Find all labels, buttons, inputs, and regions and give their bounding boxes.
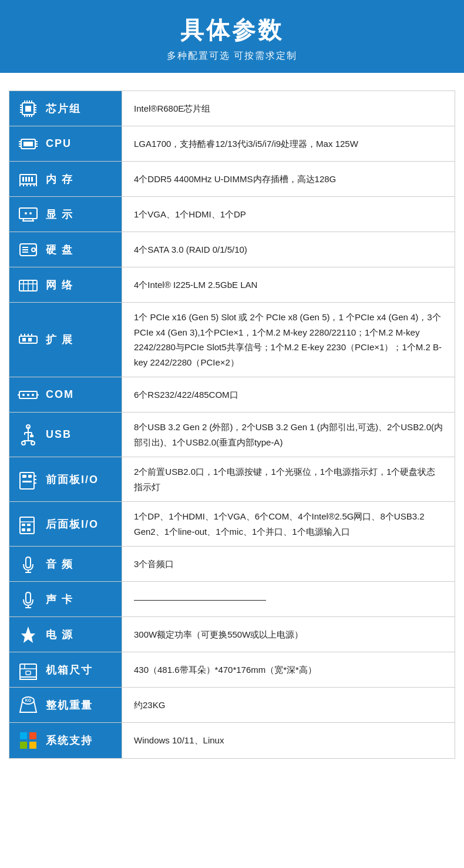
spec-value-audio: 3个音频口 <box>122 547 455 581</box>
spec-row-weight: KG 整机重量 约23KG <box>9 688 455 723</box>
spec-icon-hdd <box>16 239 40 260</box>
svg-point-44 <box>32 248 35 252</box>
svg-rect-102 <box>20 732 27 739</box>
spec-label-text-cpu: CPU <box>46 138 72 150</box>
spec-label-text-os: 系统支持 <box>46 733 93 748</box>
svg-rect-86 <box>22 528 25 531</box>
spec-row-com: COM 6个RS232/422/485COM口 <box>9 377 455 413</box>
svg-rect-96 <box>26 671 31 675</box>
spec-row-expand: 扩 展 1个 PCIe x16 (Gen 5) Slot 或 2个 PCIe x… <box>9 303 455 377</box>
spec-label-casesize: 机箱尺寸 <box>9 652 122 687</box>
spec-value-casesize: 430（481.6带耳朵）*470*176mm（宽*深*高） <box>122 652 455 687</box>
spec-label-display: 显 示 <box>9 197 122 232</box>
spec-icon-chipset <box>16 98 40 119</box>
spec-icon-frontio <box>16 469 40 490</box>
spec-icon-display <box>16 204 40 225</box>
spec-row-casesize: 机箱尺寸 430（481.6带耳朵）*470*176mm（宽*深*高） <box>9 652 455 688</box>
spec-label-text-usb: USB <box>46 428 72 441</box>
spec-value-display: 1个VGA、1个HDMI、1个DP <box>122 197 455 232</box>
svg-point-61 <box>22 394 25 396</box>
svg-rect-55 <box>28 338 32 341</box>
spec-row-hdd: 硬 盘 4个SATA 3.0 (RAID 0/1/5/10) <box>9 232 455 267</box>
svg-rect-27 <box>22 177 24 182</box>
spec-label-text-power: 电 源 <box>46 628 73 642</box>
spec-label-text-network: 网 络 <box>46 278 73 292</box>
svg-point-38 <box>25 212 27 215</box>
svg-rect-104 <box>20 742 27 749</box>
spec-label-network: 网 络 <box>9 267 122 302</box>
spec-label-os: 系统支持 <box>9 723 122 758</box>
svg-rect-85 <box>27 524 31 526</box>
spec-row-power: 电 源 300W额定功率（可更换550W或以上电源） <box>9 617 455 652</box>
spec-label-text-ram: 内 存 <box>46 172 73 186</box>
svg-rect-87 <box>27 528 31 531</box>
spec-label-text-expand: 扩 展 <box>46 333 73 347</box>
spec-label-soundcard: 声 卡 <box>9 582 122 616</box>
spec-value-weight: 约23KG <box>122 688 455 722</box>
spec-icon-reario <box>16 514 40 535</box>
svg-point-39 <box>29 212 32 215</box>
svg-rect-1 <box>25 106 31 112</box>
spec-label-expand: 扩 展 <box>9 303 122 377</box>
spec-table: 芯片组 Intel®R680E芯片组 CPU LGA1700，支持酷睿12/13… <box>9 91 455 759</box>
spec-label-audio: 音 频 <box>9 547 122 581</box>
spec-label-text-weight: 整机重量 <box>46 698 93 712</box>
spec-value-chipset: Intel®R680E芯片组 <box>122 91 455 126</box>
svg-rect-30 <box>31 177 33 182</box>
svg-rect-84 <box>22 524 25 526</box>
spec-label-cpu: CPU <box>9 126 122 161</box>
spec-row-usb: USB 8个USB 3.2 Gen 2 (外部)，2个USB 3.2 Gen 1… <box>9 413 455 457</box>
svg-point-69 <box>31 441 35 445</box>
spec-label-text-chipset: 芯片组 <box>46 102 81 116</box>
spec-row-os: 系统支持 Windows 10/11、Linux <box>9 723 455 758</box>
spec-value-expand: 1个 PCIe x16 (Gen 5) Slot 或 2个 PCIe x8 (G… <box>122 303 455 377</box>
header: 具体参数 多种配置可选 可按需求定制 <box>0 0 464 73</box>
spec-value-com: 6个RS232/422/485COM口 <box>122 377 455 412</box>
svg-rect-105 <box>29 742 36 749</box>
spec-icon-cpu <box>16 133 40 155</box>
svg-marker-92 <box>21 626 35 643</box>
spec-value-hdd: 4个SATA 3.0 (RAID 0/1/5/10) <box>122 232 455 267</box>
spec-label-weight: KG 整机重量 <box>9 688 122 722</box>
svg-rect-73 <box>30 435 33 437</box>
svg-rect-77 <box>28 475 32 478</box>
svg-rect-28 <box>25 177 27 182</box>
spec-value-cpu: LGA1700，支持酷睿12/13代i3/i5/i7/i9处理器，Max 125… <box>122 126 455 161</box>
spec-row-display: 显 示 1个VGA、1个HDMI、1个DP <box>9 197 455 232</box>
spec-value-network: 4个Intel® I225-LM 2.5GbE LAN <box>122 267 455 302</box>
spec-value-frontio: 2个前置USB2.0口，1个电源按键，1个光驱位，1个电源指示灯，1个硬盘状态指… <box>122 457 455 501</box>
spec-row-network: 网 络 4个Intel® I225-LM 2.5GbE LAN <box>9 267 455 303</box>
svg-rect-103 <box>29 732 36 739</box>
spec-label-power: 电 源 <box>9 617 122 652</box>
page-subtitle: 多种配置可选 可按需求定制 <box>0 50 464 62</box>
spec-value-ram: 4个DDR5 4400MHz U-DIMMS内存插槽，高达128G <box>122 162 455 196</box>
svg-text:KG: KG <box>25 698 32 702</box>
spec-row-soundcard: 声 卡 ——————————————— <box>9 582 455 617</box>
spec-icon-network <box>16 274 40 296</box>
spec-icon-power <box>16 624 40 645</box>
svg-rect-37 <box>19 208 37 219</box>
spec-value-power: 300W额定功率（可更换550W或以上电源） <box>122 617 455 652</box>
spec-label-ram: 内 存 <box>9 162 122 196</box>
spec-label-hdd: 硬 盘 <box>9 232 122 267</box>
spec-label-text-frontio: 前面板I/O <box>46 472 99 487</box>
spec-label-text-display: 显 示 <box>46 207 73 222</box>
spec-label-text-soundcard: 声 卡 <box>46 592 73 606</box>
spec-value-reario: 1个DP、1个HDMI、1个VGA、6个COM、4个Intel®2.5G网口、8… <box>122 502 455 546</box>
spec-label-com: COM <box>9 377 122 412</box>
spec-label-frontio: 前面板I/O <box>9 457 122 501</box>
spec-icon-ram <box>16 169 40 190</box>
svg-rect-54 <box>22 338 26 341</box>
spec-row-audio: 音 频 3个音频口 <box>9 547 455 582</box>
spec-row-reario: 后面板I/O 1个DP、1个HDMI、1个VGA、6个COM、4个Intel®2… <box>9 502 455 547</box>
spec-value-usb: 8个USB 3.2 Gen 2 (外部)，2个USB 3.2 Gen 1 (内部… <box>122 413 455 457</box>
spec-icon-com <box>16 384 40 405</box>
spec-label-text-audio: 音 频 <box>46 557 73 571</box>
spec-label-usb: USB <box>9 413 122 457</box>
spec-icon-soundcard <box>16 589 40 610</box>
spec-icon-os <box>16 730 40 751</box>
page-title: 具体参数 <box>0 14 464 46</box>
spec-label-text-hdd: 硬 盘 <box>46 243 73 257</box>
spec-icon-usb <box>16 424 40 445</box>
spec-value-soundcard: ——————————————— <box>122 582 455 616</box>
